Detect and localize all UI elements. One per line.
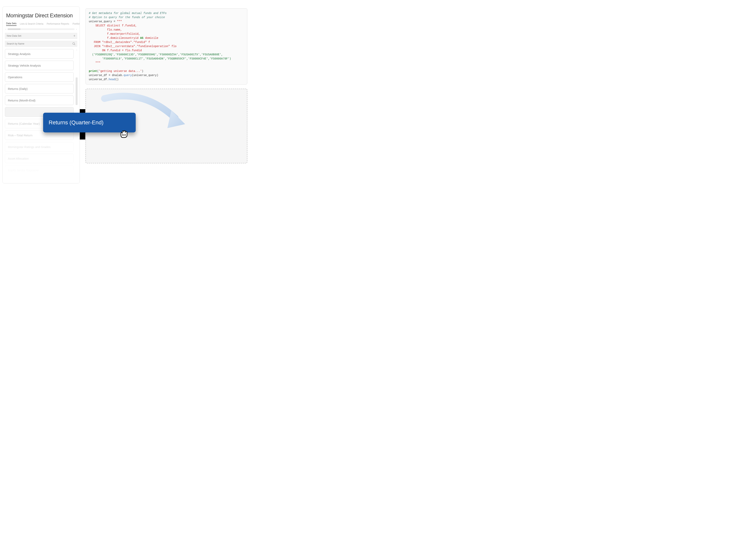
search-input[interactable]: Search by Name (5, 41, 77, 47)
code-content: # Get metadata for global mutual funds a… (89, 11, 244, 82)
drag-chip[interactable]: Returns (Quarter-End) (43, 113, 136, 133)
dataset-card-label: Returns (Calendar Year) (8, 122, 40, 125)
drag-chip-label: Returns (Quarter-End) (49, 119, 104, 126)
extension-sidebar: Morningstar Direct Extension Data Sets L… (2, 6, 80, 184)
tabs-hscroll[interactable]: ‹ › (3, 27, 80, 31)
tab-performance-reports[interactable]: Performance Reports (47, 23, 69, 25)
hscroll-track[interactable] (8, 28, 75, 30)
dataset-card[interactable]: Operations (5, 72, 74, 82)
svg-point-0 (73, 43, 75, 45)
dataset-card-label: Returns (Month-End) (8, 99, 35, 102)
dataset-card-label: Equity Sector Exposure (8, 168, 39, 172)
search-icon (72, 42, 76, 45)
hscroll-thumb[interactable] (8, 28, 21, 30)
dataset-card[interactable]: Asset Allocation (5, 154, 74, 163)
sidebar-title: Morningstar Direct Extension (3, 7, 80, 22)
dataset-card-label: Strategy Vehicle Analysis (8, 64, 41, 67)
chevron-up-icon[interactable]: ⌃ (75, 49, 78, 52)
tabs-row: Data Sets Lists & Search Criteria Perfor… (3, 22, 80, 26)
scroll-thumb[interactable] (76, 78, 78, 105)
chevron-left-icon[interactable]: ‹ (4, 28, 7, 30)
dataset-card[interactable]: Returns (Daily) (5, 84, 74, 93)
svg-line-1 (75, 44, 75, 45)
dataset-card-label: Asset Allocation (8, 157, 29, 160)
dataset-card[interactable]: Equity Sector Exposure (5, 165, 74, 175)
dataset-card-label: Operations (8, 76, 22, 79)
dataset-card[interactable]: Strategy Analysis (5, 49, 74, 58)
dataset-card[interactable]: Returns (Month-End) (5, 95, 74, 105)
drag-origin-marker (80, 133, 85, 140)
tab-lists-search[interactable]: Lists & Search Criteria (20, 23, 43, 25)
new-data-set-button[interactable]: New Data Set + (5, 33, 77, 39)
search-placeholder: Search by Name (7, 43, 24, 45)
dataset-card-label: Strategy Analysis (8, 52, 31, 56)
plus-icon: + (73, 34, 76, 38)
dataset-card-label: Morningstar Ratings and Grades (8, 145, 51, 148)
tab-portfolio[interactable]: Portfolio M (73, 23, 80, 25)
drag-origin-marker (80, 109, 85, 113)
tab-data-sets[interactable]: Data Sets (6, 22, 17, 26)
dataset-card-label: Returns (Daily) (8, 87, 28, 90)
dataset-card-label: Risk—Total Return (8, 134, 32, 137)
code-cell[interactable]: # Get metadata for global mutual funds a… (85, 8, 247, 85)
new-data-set-label: New Data Set (7, 34, 21, 37)
dataset-card[interactable]: Morningstar Ratings and Grades (5, 142, 74, 151)
chevron-right-icon[interactable]: › (75, 28, 78, 30)
dataset-card[interactable]: Strategy Vehicle Analysis (5, 61, 74, 70)
